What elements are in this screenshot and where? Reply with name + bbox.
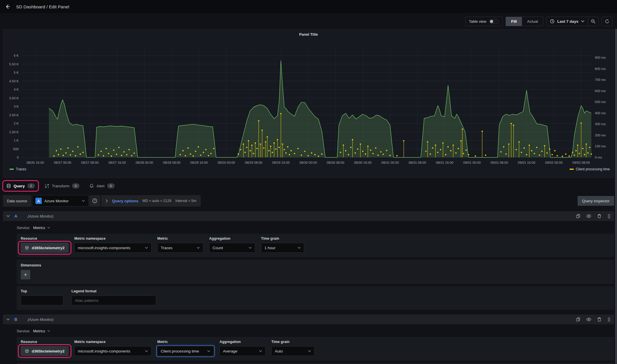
metric-label: Metric xyxy=(157,237,203,241)
query-b-header[interactable]: B (Azure Monitor) xyxy=(3,315,614,324)
svg-text:?: ? xyxy=(94,199,95,202)
panel-title: Panel Title xyxy=(3,30,614,37)
duplicate-query-button[interactable] xyxy=(576,317,580,322)
datasource-bar-spacer xyxy=(202,195,576,207)
breadcrumb[interactable]: SD Dashboard / Edit Panel xyxy=(16,4,69,9)
time-grain-select[interactable]: 1 hour xyxy=(261,243,304,253)
query-ref-letter[interactable]: B xyxy=(14,317,23,322)
time-range-control: Last 7 days xyxy=(546,17,599,26)
query-a-dimensions: Dimensions + xyxy=(17,260,614,284)
metric-select-focused[interactable]: Client processing time xyxy=(157,346,214,356)
aggregation-label: Aggregation xyxy=(209,237,255,241)
scrollbar-thumb[interactable] xyxy=(615,29,617,364)
svg-text:08/28 00:00: 08/28 00:00 xyxy=(136,161,153,164)
aggregation-select[interactable]: Count xyxy=(209,243,255,253)
metric-namespace-value: microsoft.insights-components xyxy=(78,246,130,250)
time-grain-field: Time grain Auto xyxy=(271,340,315,356)
back-button[interactable] xyxy=(5,4,10,9)
svg-text:08/26 16:00: 08/26 16:00 xyxy=(27,161,44,164)
tab-alert[interactable]: Alert 0 xyxy=(89,183,115,188)
timeseries-chart[interactable]: 05001 K1.50 K2 K2.50 K3 K3.50 K4 K4.50 K… xyxy=(3,37,614,167)
service-picker[interactable]: Metrics xyxy=(33,329,50,333)
time-grain-select[interactable]: Auto xyxy=(271,346,315,356)
refresh-icon xyxy=(605,19,610,24)
zoom-out-button[interactable] xyxy=(588,17,598,26)
grafana-edit-panel-app: SD Dashboard / Edit Panel Table view Fil… xyxy=(0,0,617,364)
chart-area: 05001 K1.50 K2 K2.50 K3 K3.50 K4 K4.50 K… xyxy=(3,37,614,167)
fill-actual-segmented: Fill Actual xyxy=(506,17,543,26)
drag-handle[interactable] xyxy=(607,317,611,322)
actual-button[interactable]: Actual xyxy=(522,17,543,26)
collapse-chevron-icon[interactable] xyxy=(6,215,10,217)
bell-icon xyxy=(89,184,94,188)
page-scrollbar[interactable] xyxy=(615,29,617,364)
resource-picker-button[interactable]: d365bctelemetry2 xyxy=(21,346,69,356)
tab-transform-label: Transform xyxy=(52,184,69,188)
query-inspector-button[interactable]: Query inspector xyxy=(578,196,614,206)
chevron-down-icon xyxy=(298,247,301,249)
datasource-picker[interactable]: Azure Monitor xyxy=(32,195,88,207)
svg-text:09/02 08:00: 09/02 08:00 xyxy=(572,161,590,164)
table-view-toggle[interactable] xyxy=(489,19,499,24)
refresh-button[interactable] xyxy=(601,17,612,26)
duplicate-query-button[interactable] xyxy=(576,214,580,218)
chevron-down-icon xyxy=(47,227,50,229)
legend-item-traces[interactable]: Traces xyxy=(10,167,26,171)
svg-text:08/30 08:00: 08/30 08:00 xyxy=(327,161,344,164)
collapse-chevron-icon[interactable] xyxy=(6,318,10,321)
metric-select[interactable]: Traces xyxy=(157,243,203,253)
datasource-help-button[interactable]: ? xyxy=(89,195,100,207)
time-range-picker[interactable]: Last 7 days xyxy=(546,17,588,26)
top-input[interactable] xyxy=(21,296,63,305)
resource-label: Resource xyxy=(21,237,69,241)
drag-handle[interactable] xyxy=(607,214,611,218)
svg-text:500: 500 xyxy=(13,147,19,151)
chevron-right-icon[interactable] xyxy=(106,199,108,203)
toggle-visibility-button[interactable] xyxy=(586,317,591,321)
search-zoom-out-icon xyxy=(591,19,596,24)
metric-namespace-field: Metric namespace microsoft.insights-comp… xyxy=(74,237,152,253)
metric-namespace-label: Metric namespace xyxy=(74,237,152,241)
clock-icon xyxy=(550,19,554,24)
query-b-fields: Resource d365bctelemetry2 Metric namespa… xyxy=(17,337,614,361)
svg-text:3 K: 3 K xyxy=(14,105,19,108)
copy-icon xyxy=(576,317,580,322)
time-grain-value: Auto xyxy=(275,349,283,353)
top-field: Top xyxy=(21,289,63,305)
metric-namespace-label: Metric namespace xyxy=(74,340,152,344)
query-a-extras: Top Legend format xyxy=(17,286,614,310)
svg-text:08/30 00:00: 08/30 00:00 xyxy=(300,161,317,164)
svg-text:08/31 08:00: 08/31 08:00 xyxy=(409,161,426,164)
legend-item-client-processing-time[interactable]: Client processing time xyxy=(569,167,610,171)
toggle-visibility-button[interactable] xyxy=(586,214,591,218)
delete-query-button[interactable] xyxy=(597,317,601,322)
trash-icon xyxy=(597,317,601,322)
svg-text:5.50 K: 5.50 K xyxy=(9,62,19,66)
legend-format-label: Legend format xyxy=(71,289,156,293)
aggregation-select[interactable]: Average xyxy=(219,346,266,356)
chevron-down-icon xyxy=(82,200,85,202)
datasource-label: Data source xyxy=(3,195,31,207)
svg-text:08/27 08:00: 08/27 08:00 xyxy=(81,161,99,164)
metric-namespace-select[interactable]: microsoft.insights-components xyxy=(74,346,152,356)
aggregation-field: Aggregation Count xyxy=(209,237,255,253)
service-picker[interactable]: Metrics xyxy=(33,226,50,230)
query-a-header[interactable]: A (Azure Monitor) xyxy=(3,211,614,221)
fill-button[interactable]: Fill xyxy=(506,17,522,26)
query-ref-letter[interactable]: A xyxy=(14,214,23,218)
query-options-link[interactable]: Query options xyxy=(112,199,139,203)
metric-namespace-select[interactable]: microsoft.insights-components xyxy=(74,243,152,253)
svg-text:4 K: 4 K xyxy=(14,88,19,91)
tab-transform[interactable]: Transform 0 xyxy=(45,183,80,188)
delete-query-button[interactable] xyxy=(597,214,601,218)
time-grain-label: Time grain xyxy=(261,237,304,241)
tab-query[interactable]: Query 2 xyxy=(6,183,35,188)
resource-picker-button[interactable]: d365bctelemetry2 xyxy=(21,243,69,253)
time-grain-field: Time grain 1 hour xyxy=(261,237,304,253)
copy-icon xyxy=(576,214,580,218)
svg-text:100 ms: 100 ms xyxy=(595,144,606,148)
legend-format-input[interactable] xyxy=(71,296,156,305)
svg-text:400 ms: 400 ms xyxy=(595,111,606,115)
add-dimension-button[interactable]: + xyxy=(21,270,30,279)
legend-format-field: Legend format xyxy=(71,289,156,305)
